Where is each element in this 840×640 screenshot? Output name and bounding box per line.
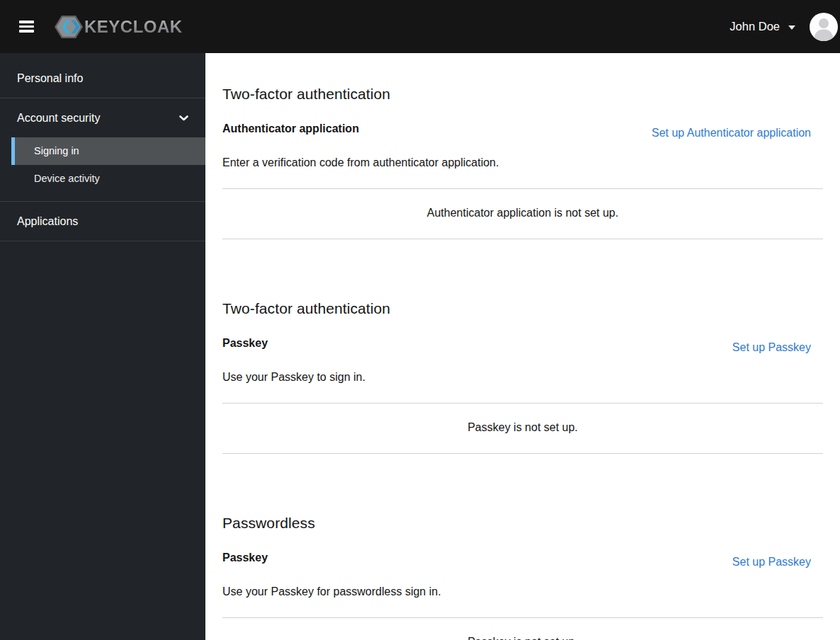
section-passwordless: Passwordless Passkey Set up Passkey Use …	[222, 513, 823, 640]
section-heading: Two-factor authentication	[222, 84, 823, 103]
sidebar-item-applications[interactable]: Applications	[0, 207, 205, 235]
section-two-factor-passkey: Two-factor authentication Passkey Set up…	[222, 299, 823, 454]
section-heading: Passwordless	[222, 513, 823, 532]
divider	[222, 239, 823, 239]
credential-title: Passkey	[222, 335, 268, 352]
empty-state-message: Passkey is not set up.	[222, 404, 823, 453]
credential-description: Use your Passkey for passwordless sign i…	[222, 583, 823, 600]
sidebar-item-personal-info[interactable]: Personal info	[0, 64, 205, 92]
sidebar-item-label: Personal info	[17, 70, 83, 86]
credential-description: Enter a verification code from authentic…	[222, 154, 823, 171]
chevron-down-icon	[179, 115, 188, 121]
divider	[222, 453, 823, 454]
section-heading: Two-factor authentication	[222, 299, 823, 318]
main-content: Two-factor authentication Authenticator …	[205, 53, 840, 640]
section-two-factor-authenticator: Two-factor authentication Authenticator …	[222, 84, 823, 239]
credential-title: Authenticator application	[222, 120, 359, 137]
page-body: Personal info Account security Signing i…	[0, 53, 840, 640]
nav-section: Applications	[0, 202, 205, 241]
keycloak-hexagon-icon	[54, 15, 84, 39]
credential-description: Use your Passkey to sign in.	[222, 369, 823, 386]
setup-passkey-link[interactable]: Set up Passkey	[732, 339, 811, 356]
masthead: KEYCLOAK John Doe	[0, 0, 840, 53]
nav-toggle-button[interactable]	[10, 11, 42, 43]
nav-section: Account security Signing in Device activ…	[0, 98, 205, 202]
setup-authenticator-link[interactable]: Set up Authenticator application	[652, 125, 811, 142]
empty-state-message: Passkey is not set up.	[222, 618, 823, 640]
credential-row-header: Authenticator application Set up Authent…	[222, 120, 823, 142]
credential-title: Passkey	[222, 549, 268, 566]
sidebar-item-device-activity[interactable]: Device activity	[11, 165, 205, 193]
sidebar-nav: Personal info Account security Signing i…	[0, 53, 205, 640]
credential-row-header: Passkey Set up Passkey	[222, 549, 823, 571]
subnav-account-security: Signing in Device activity	[0, 137, 205, 195]
setup-passkey-passwordless-link[interactable]: Set up Passkey	[732, 554, 811, 571]
sidebar-item-label: Account security	[17, 110, 100, 126]
sidebar-item-label: Applications	[17, 213, 78, 229]
user-name: John Doe	[730, 20, 780, 33]
sidebar-item-signing-in[interactable]: Signing in	[11, 137, 205, 165]
brand-text: KEYCLOAK	[84, 17, 183, 37]
avatar[interactable]	[810, 13, 838, 41]
menu-icon	[19, 21, 34, 23]
sidebar-item-account-security[interactable]: Account security	[0, 104, 205, 132]
user-menu-dropdown[interactable]: John Doe	[730, 20, 795, 33]
empty-state-message: Authenticator application is not set up.	[222, 189, 823, 239]
chevron-down-icon	[788, 25, 795, 30]
nav-section: Personal info	[0, 53, 205, 98]
keycloak-logo[interactable]: KEYCLOAK	[54, 15, 183, 39]
credential-row-header: Passkey Set up Passkey	[222, 335, 823, 356]
